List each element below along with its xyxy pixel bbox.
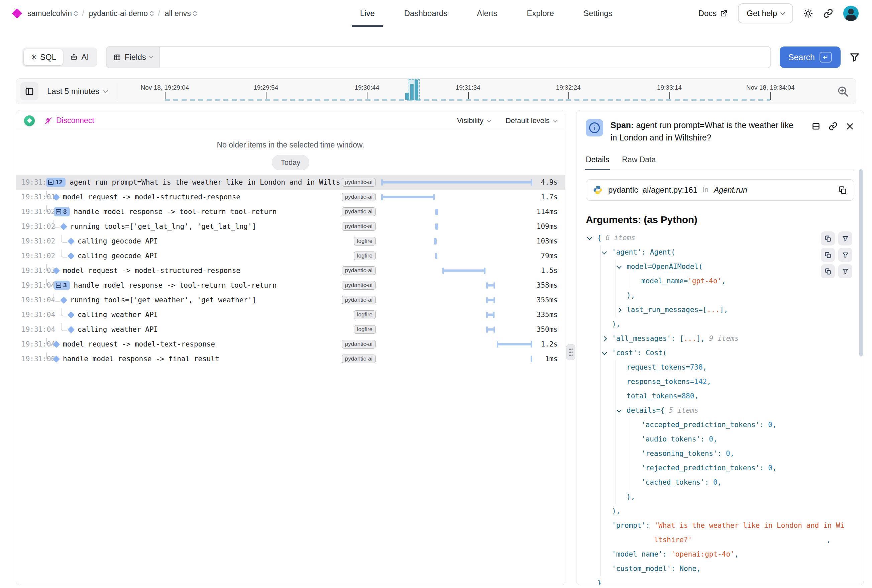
get-help-button[interactable]: Get help bbox=[738, 3, 793, 23]
scope-tag[interactable]: pydantic-ai bbox=[342, 281, 376, 290]
scope-tag[interactable]: pydantic-ai bbox=[342, 222, 376, 231]
trace-row[interactable]: 19:31:03model request -> model-structure… bbox=[16, 263, 565, 278]
scope-tag[interactable]: pydantic-ai bbox=[342, 354, 376, 363]
docs-link[interactable]: Docs bbox=[698, 9, 728, 18]
user-avatar[interactable] bbox=[843, 6, 859, 21]
source-function: Agent.run bbox=[714, 186, 747, 195]
trace-row[interactable]: 19:31:04model request -> model-text-resp… bbox=[16, 337, 565, 351]
scope-tag[interactable]: pydantic-ai bbox=[342, 266, 376, 275]
external-link-icon bbox=[720, 9, 728, 17]
scope-tag[interactable]: pydantic-ai bbox=[342, 340, 376, 348]
query-input[interactable] bbox=[159, 46, 771, 68]
scope-tag[interactable]: logfire bbox=[354, 237, 376, 246]
filter-button[interactable] bbox=[849, 52, 860, 63]
theme-toggle-button[interactable] bbox=[803, 8, 813, 18]
expand-caret-icon[interactable] bbox=[602, 336, 607, 342]
span-name: calling weather API bbox=[78, 311, 340, 319]
trace-row[interactable]: 19:31:02calling geocode APIlogfire79ms bbox=[16, 249, 565, 263]
collapse-caret-icon[interactable] bbox=[617, 407, 622, 413]
sql-mode-button[interactable]: ✳ SQL bbox=[24, 49, 63, 65]
logfire-logo-icon[interactable] bbox=[12, 8, 22, 18]
indent-guide bbox=[629, 461, 630, 475]
duration-value: 335ms bbox=[532, 311, 565, 319]
visibility-label: Visibility bbox=[457, 116, 484, 125]
collapse-chip[interactable]: 3 bbox=[54, 207, 70, 216]
trace-row[interactable]: 19:31:01model request -> model-structure… bbox=[16, 190, 565, 204]
panel-resize-handle[interactable] bbox=[566, 344, 575, 360]
copy-span-link-button[interactable] bbox=[829, 122, 838, 131]
trace-row[interactable]: 19:31:04running tools=['get_weather', 'g… bbox=[16, 292, 565, 308]
visibility-menu[interactable]: Visibility bbox=[457, 116, 491, 125]
indent-guide bbox=[600, 518, 601, 533]
code-token: details={ bbox=[626, 406, 669, 414]
chevron-down-icon bbox=[781, 10, 785, 15]
search-button[interactable]: Search ↵ bbox=[780, 46, 841, 68]
disconnect-button[interactable]: Disconnect bbox=[44, 116, 94, 125]
trace-row[interactable]: 19:31:043handle model response -> tool-r… bbox=[16, 278, 565, 292]
trace-timestamp: 19:31:04 bbox=[21, 311, 46, 319]
scope-tag[interactable]: logfire bbox=[354, 325, 376, 334]
unplug-icon bbox=[44, 116, 53, 125]
timeline-selection[interactable] bbox=[409, 79, 420, 100]
magnifier-plus-icon bbox=[836, 85, 849, 98]
breadcrumb-item[interactable]: samuelcolvin bbox=[27, 9, 77, 18]
breadcrumb-item[interactable]: all envs bbox=[165, 9, 196, 18]
share-link-button[interactable] bbox=[823, 8, 833, 18]
trace-row[interactable]: 19:31:02running tools=['get_lat_lng', 'g… bbox=[16, 219, 565, 234]
collapse-chip[interactable]: 12 bbox=[46, 178, 66, 187]
scope-tag[interactable]: pydantic-ai bbox=[342, 207, 376, 216]
indent-guide bbox=[600, 288, 601, 303]
nav-tab-settings[interactable]: Settings bbox=[583, 0, 613, 27]
sidebar-toggle-button[interactable] bbox=[20, 82, 39, 100]
code-token: response_tokens= bbox=[626, 378, 694, 386]
collapse-caret-icon[interactable] bbox=[602, 249, 607, 255]
scope-tag[interactable]: logfire bbox=[354, 310, 376, 319]
trace-row[interactable]: 19:31:02calling geocode APIlogfire103ms bbox=[16, 234, 565, 249]
funnel-icon bbox=[849, 52, 860, 63]
ai-mode-button[interactable]: AI bbox=[63, 49, 96, 65]
collapse-caret-icon[interactable] bbox=[617, 264, 622, 269]
scope-tag[interactable]: logfire bbox=[354, 252, 376, 260]
sparkle-icon: ✳ bbox=[30, 53, 37, 61]
trace-row[interactable]: 19:31:04calling weather APIlogfire350ms bbox=[16, 322, 565, 337]
default-levels-menu[interactable]: Default levels bbox=[506, 116, 557, 125]
enter-key-icon: ↵ bbox=[820, 52, 832, 63]
code-token: 'agent': Agent( bbox=[612, 248, 676, 256]
code-string: 'gpt-4o' bbox=[688, 277, 722, 285]
indent-guide bbox=[615, 303, 616, 317]
scope-tag[interactable]: pydantic-ai bbox=[342, 193, 376, 201]
code-line: ), bbox=[586, 317, 854, 332]
collapse-caret-icon[interactable] bbox=[602, 350, 607, 355]
scope-tag[interactable]: pydantic-ai bbox=[342, 296, 376, 304]
expand-caret-icon[interactable] bbox=[617, 308, 622, 313]
scrollbar-thumb[interactable] bbox=[859, 169, 863, 357]
span-diamond-icon bbox=[67, 252, 75, 259]
nav-tab-dashboards[interactable]: Dashboards bbox=[404, 0, 447, 27]
code-token: ], bbox=[719, 306, 728, 314]
code-token: ], bbox=[697, 334, 709, 342]
collapse-chip[interactable]: 3 bbox=[54, 280, 70, 290]
code-token: , bbox=[730, 450, 734, 458]
copy-source-button[interactable] bbox=[838, 186, 847, 195]
source-file-path[interactable]: pydantic_ai/agent.py:161 bbox=[608, 185, 697, 195]
today-badge[interactable]: Today bbox=[272, 155, 310, 170]
detail-tab-raw-data[interactable]: Raw Data bbox=[622, 155, 656, 164]
close-panel-button[interactable] bbox=[846, 122, 854, 131]
collapse-caret-icon[interactable] bbox=[587, 235, 592, 240]
trace-row[interactable]: 19:31:04calling weather APIlogfire335ms bbox=[16, 308, 565, 322]
detail-tab-details[interactable]: Details bbox=[586, 155, 609, 164]
trace-row[interactable]: 19:31:06handle model response -> final r… bbox=[16, 351, 565, 366]
span-name: handle model response -> final result bbox=[63, 355, 340, 363]
time-range-selector[interactable]: Last 5 minutes bbox=[47, 87, 107, 96]
split-view-button[interactable] bbox=[812, 122, 821, 131]
nav-tab-live[interactable]: Live bbox=[360, 0, 375, 27]
breadcrumb-item[interactable]: pydantic-ai-demo bbox=[89, 9, 153, 18]
nav-tab-explore[interactable]: Explore bbox=[527, 0, 554, 27]
trace-row[interactable]: 19:31:023handle model response -> tool-r… bbox=[16, 204, 565, 219]
zoom-in-button[interactable] bbox=[836, 85, 849, 98]
fields-dropdown-button[interactable]: Fields bbox=[106, 46, 159, 68]
scope-tag[interactable]: pydantic-ai bbox=[342, 178, 376, 187]
nav-tab-alerts[interactable]: Alerts bbox=[477, 0, 497, 27]
timeline-chart[interactable]: Nov 18, 19:29:0419:29:5419:30:4419:31:34… bbox=[125, 79, 832, 104]
trace-row[interactable]: 19:31:0112agent run prompt=What is the w… bbox=[16, 175, 565, 190]
